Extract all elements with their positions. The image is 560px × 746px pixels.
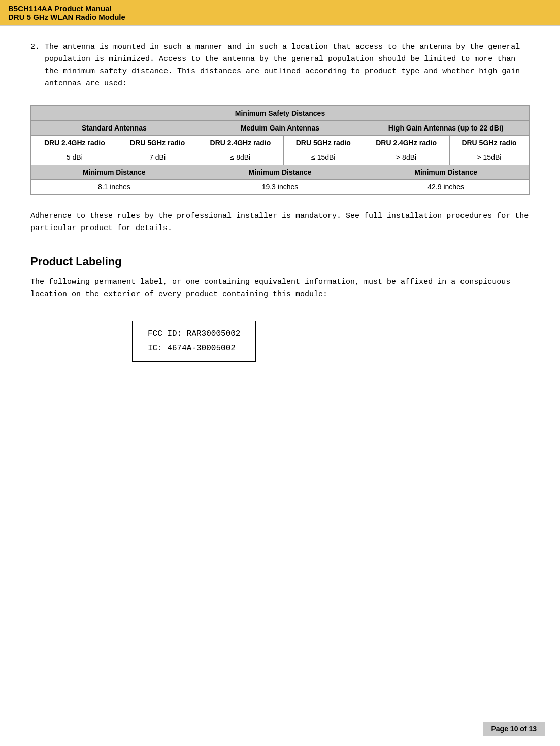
main-content: 2. The antenna is mounted in such a mann… — [0, 26, 560, 392]
section-title: Product Labeling — [30, 255, 530, 268]
safety-table: Minimum Safety Distances Standard Antenn… — [31, 106, 529, 194]
adherence-paragraph: Adherence to these rules by the professi… — [30, 210, 530, 235]
min-dist-label-0: Minimum Distance — [31, 165, 197, 180]
header-title-line1: B5CH114AA Product Manual — [8, 4, 552, 13]
value-cell-5: > 15dBi — [449, 150, 529, 165]
page-footer: Page 10 of 13 — [483, 722, 545, 736]
value-cell-4: > 8dBi — [363, 150, 450, 165]
distance-cell-2: 42.9 inches — [363, 180, 529, 194]
header-bar: B5CH114AA Product Manual DRU 5 GHz WLAN … — [0, 0, 560, 26]
paragraph-2: 2. The antenna is mounted in such a mann… — [30, 41, 530, 90]
para-text: The antenna is mounted in such a manner … — [45, 41, 530, 90]
table-distance-row: 8.1 inches 19.3 inches 42.9 inches — [31, 180, 529, 194]
fcc-id-box: FCC ID: RAR30005002 IC: 4674A-30005002 — [132, 321, 256, 362]
para-number: 2. — [30, 41, 40, 90]
table-value-row: 5 dBi 7 dBi ≤ 8dBi ≤ 15dBi > 8dBi > 15dB… — [31, 150, 529, 165]
table-min-dist-row: Minimum Distance Minimum Distance Minimu… — [31, 165, 529, 180]
distance-cell-0: 8.1 inches — [31, 180, 197, 194]
col-group-medium: Meduim Gain Antennas — [197, 121, 363, 136]
min-dist-label-2: Minimum Distance — [363, 165, 529, 180]
value-cell-3: ≤ 15dBi — [284, 150, 363, 165]
product-labeling-section: Product Labeling The following permanent… — [30, 255, 530, 362]
col-header-3: DRU 5GHz radio — [284, 136, 363, 150]
col-header-4: DRU 2.4GHz radio — [363, 136, 450, 150]
safety-table-container: Minimum Safety Distances Standard Antenn… — [30, 105, 530, 195]
distance-cell-1: 19.3 inches — [197, 180, 363, 194]
value-cell-0: 5 dBi — [31, 150, 118, 165]
fcc-line1: FCC ID: RAR30005002 — [148, 327, 240, 341]
col-group-standard: Standard Antennas — [31, 121, 197, 136]
main-header-cell: Minimum Safety Distances — [31, 106, 529, 121]
section-body: The following permanent label, or one co… — [30, 276, 530, 301]
value-cell-2: ≤ 8dBi — [197, 150, 284, 165]
table-col-headers-row: DRU 2.4GHz radio DRU 5GHz radio DRU 2.4G… — [31, 136, 529, 150]
table-main-header-row: Minimum Safety Distances — [31, 106, 529, 121]
fcc-line2: IC: 4674A-30005002 — [148, 341, 240, 356]
col-header-1: DRU 5GHz radio — [118, 136, 197, 150]
header-title-line2: DRU 5 GHz WLAN Radio Module — [8, 13, 552, 21]
col-header-0: DRU 2.4GHz radio — [31, 136, 118, 150]
table-sub-header-row: Standard Antennas Meduim Gain Antennas H… — [31, 121, 529, 136]
col-header-2: DRU 2.4GHz radio — [197, 136, 284, 150]
value-cell-1: 7 dBi — [118, 150, 197, 165]
col-header-5: DRU 5GHz radio — [449, 136, 529, 150]
col-group-high: High Gain Antennas (up to 22 dBi) — [363, 121, 529, 136]
min-dist-label-1: Minimum Distance — [197, 165, 363, 180]
